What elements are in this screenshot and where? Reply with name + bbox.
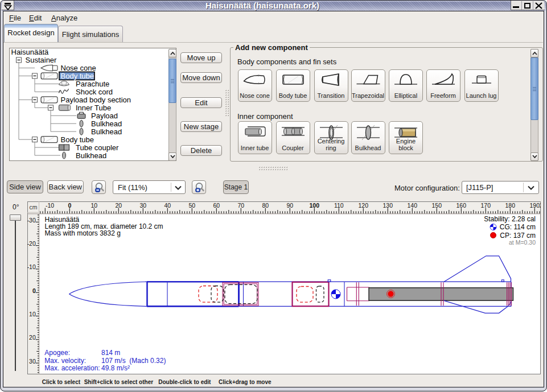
svg-text:at M=0.30: at M=0.30 <box>509 239 536 246</box>
svg-text:0: 0 <box>68 202 71 209</box>
svg-text:Payload body section: Payload body section <box>61 96 131 104</box>
svg-text:80: 80 <box>262 202 269 209</box>
svg-text:-20: -20 <box>27 240 36 247</box>
svg-text:-10: -10 <box>46 202 54 209</box>
svg-text:-30: -30 <box>27 217 36 224</box>
svg-text:Mass with motors 3832 g: Mass with motors 3832 g <box>45 229 121 237</box>
svg-text:20: 20 <box>115 202 122 209</box>
svg-text:190: 190 <box>530 202 540 209</box>
svg-text:20: 20 <box>29 334 36 341</box>
svg-text:Bulkhead: Bulkhead <box>91 119 122 128</box>
svg-text:120: 120 <box>359 202 369 209</box>
svg-text:170: 170 <box>481 202 491 209</box>
svg-text:130: 130 <box>383 202 393 209</box>
svg-text:Parachute: Parachute <box>76 80 109 88</box>
svg-text:Stability: 2.28 cal: Stability: 2.28 cal <box>484 215 536 223</box>
svg-text:150: 150 <box>432 202 442 209</box>
svg-text:107 m/s (Mach 0.32): 107 m/s (Mach 0.32) <box>101 357 166 365</box>
svg-text:Body tube: Body tube <box>61 72 94 80</box>
svg-text:100: 100 <box>310 202 320 209</box>
svg-text:10: 10 <box>91 202 97 209</box>
svg-text:-10: -10 <box>27 263 36 270</box>
svg-text:CP: 137 cm: CP: 137 cm <box>500 232 536 240</box>
svg-text:180: 180 <box>505 202 516 209</box>
svg-text:Body tube: Body tube <box>61 135 94 144</box>
svg-text:Haisunäätä: Haisunäätä <box>11 48 50 56</box>
svg-text:140: 140 <box>408 202 418 209</box>
svg-text:Nose cone: Nose cone <box>61 64 96 72</box>
svg-text:Apogee:: Apogee: <box>44 349 70 357</box>
svg-text:10: 10 <box>29 311 36 317</box>
svg-text:Tube coupler: Tube coupler <box>76 143 119 152</box>
svg-text:49.8 m/s²: 49.8 m/s² <box>101 364 130 372</box>
svg-text:cm: cm <box>30 204 38 211</box>
svg-text:Sustainer: Sustainer <box>26 56 57 64</box>
svg-text:60: 60 <box>213 202 220 209</box>
svg-text:30: 30 <box>29 358 36 365</box>
svg-text:Inner Tube: Inner Tube <box>76 104 111 112</box>
svg-text:Bulkhead: Bulkhead <box>76 151 106 160</box>
svg-text:160: 160 <box>456 202 467 209</box>
svg-text:Max. velocity:: Max. velocity: <box>44 357 86 365</box>
svg-text:Shock cord: Shock cord <box>76 88 113 96</box>
svg-text:50: 50 <box>188 202 195 209</box>
svg-text:110: 110 <box>334 202 344 209</box>
svg-text:40: 40 <box>164 202 171 209</box>
svg-text:90: 90 <box>286 202 293 209</box>
svg-text:CG: 114 cm: CG: 114 cm <box>500 223 536 231</box>
svg-text:Bulkhead: Bulkhead <box>91 127 122 136</box>
svg-text:0: 0 <box>32 287 36 294</box>
svg-text:814 m: 814 m <box>101 349 120 357</box>
svg-text:2: 2 <box>540 202 541 209</box>
svg-text:Payload: Payload <box>91 112 118 120</box>
svg-text:70: 70 <box>237 202 244 209</box>
svg-text:30: 30 <box>139 202 146 209</box>
svg-text:Max. acceleration:: Max. acceleration: <box>44 364 100 372</box>
